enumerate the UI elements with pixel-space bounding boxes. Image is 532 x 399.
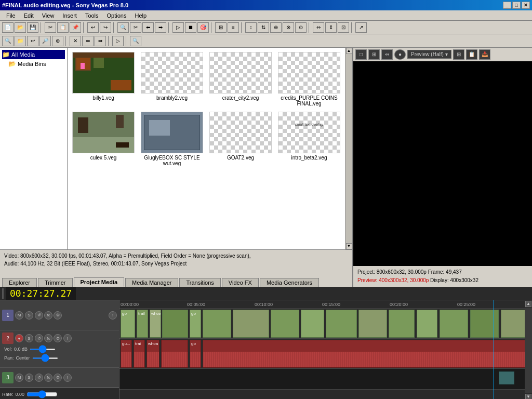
menu-item-file[interactable]: File bbox=[2, 12, 20, 19]
save-button[interactable]: 💾 bbox=[27, 22, 38, 33]
tab-media-generators[interactable]: Media Generators bbox=[260, 278, 319, 287]
media-item-2[interactable]: crater_city2.veg bbox=[209, 52, 272, 107]
track-1-mute[interactable]: M bbox=[15, 311, 23, 320]
video-clip-12[interactable] bbox=[417, 310, 437, 338]
tb-btn-19[interactable]: ⊗ bbox=[283, 22, 294, 33]
track-2-btn2[interactable]: fx bbox=[44, 334, 52, 342]
copy-button[interactable]: 📋 bbox=[57, 22, 69, 33]
tb2-btn-7[interactable]: ⬅ bbox=[82, 36, 94, 46]
video-clip-8[interactable] bbox=[301, 310, 324, 338]
tl-scroll-up[interactable]: ▲ bbox=[525, 301, 531, 307]
menu-item-options[interactable]: Options bbox=[103, 12, 131, 19]
tab-explorer[interactable]: Explorer bbox=[2, 278, 37, 287]
audio-clip-2[interactable]: whoa bbox=[147, 340, 159, 368]
rate-slider[interactable] bbox=[26, 390, 58, 398]
tb2-btn-3[interactable]: ↩ bbox=[27, 36, 38, 46]
menu-item-view[interactable]: View bbox=[38, 12, 59, 19]
open-button[interactable]: 📂 bbox=[15, 22, 26, 33]
track-1-solo[interactable]: S bbox=[25, 311, 33, 320]
audio-clip-1[interactable]: trai bbox=[134, 340, 145, 368]
preview-tb-3[interactable]: ⇔ bbox=[381, 49, 393, 60]
video-clip-7[interactable] bbox=[271, 310, 299, 338]
media-item-4[interactable]: culex 5.veg bbox=[72, 112, 135, 166]
track-3-solo[interactable]: S bbox=[25, 374, 33, 382]
tab-media-manager[interactable]: Media Manager bbox=[125, 278, 178, 287]
track-2-solo[interactable]: S bbox=[25, 334, 33, 342]
tb-btn-22[interactable]: ⇕ bbox=[325, 22, 337, 33]
tree-media-bins[interactable]: 📂 Media Bins bbox=[2, 59, 65, 69]
timeline-drag-handle[interactable] bbox=[2, 288, 4, 299]
preview-tb-2[interactable]: ⊞ bbox=[368, 49, 380, 60]
preview-tb-7[interactable]: 📥 bbox=[479, 49, 490, 60]
menu-item-edit[interactable]: Edit bbox=[20, 12, 38, 19]
video-clip-15[interactable] bbox=[501, 310, 525, 338]
tb-btn-18[interactable]: ⊕ bbox=[270, 22, 282, 33]
video-clip-11[interactable] bbox=[389, 310, 415, 338]
track-3-mute[interactable]: M bbox=[15, 374, 23, 382]
tb-btn-12[interactable]: ⏹ bbox=[185, 22, 196, 33]
track-3-expand[interactable]: ! bbox=[63, 374, 72, 382]
tb-btn-21[interactable]: ⇔ bbox=[313, 22, 324, 33]
scroll-down[interactable]: ▼ bbox=[346, 243, 352, 249]
track-3-btn3[interactable]: ⚙ bbox=[54, 374, 62, 382]
scroll-up[interactable]: ▲ bbox=[346, 48, 352, 54]
tl-scroll-down[interactable]: ▼ bbox=[525, 394, 531, 399]
track-1-fx[interactable]: fx bbox=[44, 311, 52, 320]
video-clip-13[interactable] bbox=[440, 310, 468, 338]
tb-btn-13[interactable]: 🎯 bbox=[197, 22, 209, 33]
media-item-0[interactable]: billy1.veg bbox=[72, 52, 135, 107]
tab-transitions[interactable]: Transitions bbox=[179, 278, 220, 287]
track-2-btn1[interactable]: ↺ bbox=[35, 334, 43, 342]
tb-btn-7[interactable]: 🔍 bbox=[117, 22, 129, 33]
tb2-btn-10[interactable]: 🔍 bbox=[130, 36, 141, 46]
media-item-5[interactable]: GluglyEBOX SC STYLE wut.veg bbox=[140, 112, 204, 166]
track-3-btn1[interactable]: ↺ bbox=[35, 374, 43, 382]
track-2-btn3[interactable]: ⚙ bbox=[54, 334, 62, 342]
tb-btn-11[interactable]: ▷ bbox=[172, 22, 184, 33]
track-3-btn2[interactable]: fx bbox=[44, 374, 52, 382]
media-item-6[interactable]: GOAT2.veg bbox=[209, 112, 272, 166]
close-button[interactable]: ✕ bbox=[522, 2, 530, 9]
tab-trimmer[interactable]: Trimmer bbox=[38, 278, 73, 287]
video-clip-2[interactable]: whoa bbox=[150, 310, 161, 338]
tb2-btn-2[interactable]: 📁 bbox=[15, 36, 26, 46]
maximize-button[interactable]: □ bbox=[512, 2, 521, 9]
media-scrollbar[interactable]: ▲ ▼ bbox=[345, 48, 352, 249]
tb2-btn-5[interactable]: ⊕ bbox=[52, 36, 63, 46]
media-grid[interactable]: billy1.veg brambly2.veg cr bbox=[68, 48, 345, 249]
tb-btn-9[interactable]: ⬅ bbox=[142, 22, 154, 33]
media-item-1[interactable]: brambly2.veg bbox=[140, 52, 204, 107]
tb2-btn-4[interactable]: 🔎 bbox=[39, 36, 51, 46]
tb-btn-14[interactable]: ⊞ bbox=[215, 22, 227, 33]
tb-btn-17[interactable]: ⇅ bbox=[258, 22, 269, 33]
tb-btn-10[interactable]: ➡ bbox=[155, 22, 166, 33]
tb-btn-16[interactable]: ↕ bbox=[245, 22, 257, 33]
tab-video-fx[interactable]: Video FX bbox=[222, 278, 259, 287]
tb-btn-24[interactable]: ↗ bbox=[355, 22, 367, 33]
video-clip-9[interactable] bbox=[326, 310, 357, 338]
audio-clip-5[interactable] bbox=[203, 340, 525, 368]
tb-btn-15[interactable]: ≡ bbox=[228, 22, 239, 33]
paste-button[interactable]: 📌 bbox=[70, 22, 81, 33]
media-item-3[interactable]: credits_PURPLE COINS FINAL.veg bbox=[277, 52, 341, 107]
video-clip-0[interactable]: go bbox=[121, 310, 135, 338]
tree-all-media[interactable]: 📁 All Media bbox=[2, 50, 65, 59]
tb2-btn-9[interactable]: ▷ bbox=[112, 36, 124, 46]
video-clip-3[interactable] bbox=[162, 310, 188, 338]
track-2-mute[interactable]: ● bbox=[15, 334, 23, 342]
tb-btn-20[interactable]: ⊙ bbox=[295, 22, 307, 33]
track-1-env[interactable]: ⚙ bbox=[54, 311, 62, 320]
redo-button[interactable]: ↪ bbox=[100, 22, 111, 33]
video-clip-4[interactable]: go bbox=[190, 310, 201, 338]
cut-button[interactable]: ✂ bbox=[45, 22, 56, 33]
tb2-btn-8[interactable]: ➡ bbox=[95, 36, 106, 46]
audio-clip-3[interactable] bbox=[161, 340, 188, 368]
preview-tb-6[interactable]: 📋 bbox=[466, 49, 477, 60]
tb2-btn-1[interactable]: 🔍 bbox=[2, 36, 14, 46]
menu-item-help[interactable]: Help bbox=[130, 12, 151, 19]
pan-slider[interactable] bbox=[32, 357, 58, 359]
audio-clip-4[interactable]: go bbox=[190, 340, 201, 368]
minimize-button[interactable]: _ bbox=[503, 2, 511, 9]
tb2-btn-6[interactable]: ✕ bbox=[70, 36, 81, 46]
tb-btn-23[interactable]: ⊡ bbox=[338, 22, 349, 33]
